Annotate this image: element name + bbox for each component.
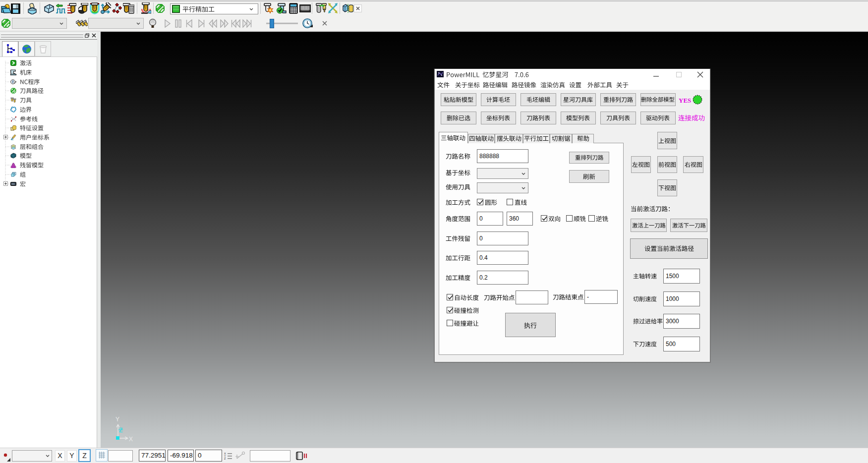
svg-text:Y: Y bbox=[116, 416, 119, 423]
svg-text:X: X bbox=[129, 436, 133, 443]
svg-text:Z: Z bbox=[119, 427, 122, 434]
